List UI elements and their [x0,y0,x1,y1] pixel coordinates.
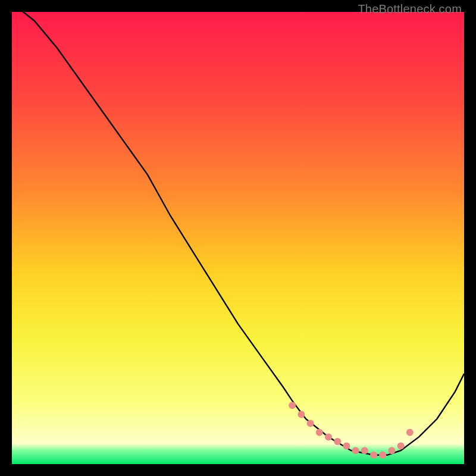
marker-dot [316,429,323,436]
marker-dot [307,420,314,427]
marker-dot [370,452,377,459]
chart-svg [12,12,464,464]
marker-dot [388,447,395,454]
marker-dot [325,433,332,440]
marker-dot [361,447,368,454]
marker-dot [298,411,305,418]
marker-dot [397,443,405,450]
marker-dot [379,452,386,459]
marker-dot [352,447,359,454]
marker-dot [343,443,350,450]
marker-dot [406,429,414,436]
marker-dot [289,402,296,409]
chart-frame [12,12,464,464]
watermark-text: TheBottleneck.com [358,2,462,16]
marker-dot [334,438,341,445]
